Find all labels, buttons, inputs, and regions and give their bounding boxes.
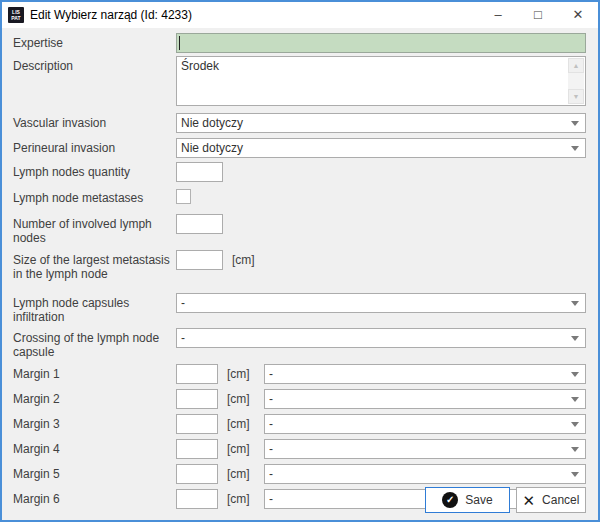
vascular-invasion-label: Vascular invasion — [13, 113, 176, 130]
cm-unit-label: [cm] — [218, 364, 264, 381]
capsule-crossing-row: Crossing of the lymph node capsule - — [13, 328, 586, 359]
edit-form: Expertise Description Środek ▲ ▼ — [2, 28, 598, 509]
lymph-node-metastases-checkbox[interactable] — [176, 189, 191, 204]
capsule-crossing-value: - — [181, 331, 571, 345]
cm-unit-label: [cm] — [218, 464, 264, 481]
largest-metastasis-size-label: Size of the largest metastasis in the ly… — [13, 250, 176, 281]
dialog-window: LIS PAT Edit Wybierz narząd (Id: 4233) –… — [0, 0, 600, 522]
margin-5-row: Margin 5 [cm] - — [13, 464, 586, 484]
chevron-down-icon — [571, 301, 579, 306]
margin-1-size-input[interactable] — [176, 364, 218, 384]
close-button[interactable]: ✕ — [558, 2, 598, 28]
margin-2-label: Margin 2 — [13, 389, 176, 406]
cm-unit-label: [cm] — [223, 250, 255, 267]
capsules-infiltration-value: - — [181, 296, 571, 310]
description-row: Description Środek ▲ ▼ — [13, 56, 586, 106]
capsules-infiltration-select[interactable]: - — [176, 293, 586, 313]
footer-actions: ✓ Save ✕ Cancel — [425, 487, 586, 513]
cancel-button-label: Cancel — [542, 493, 579, 507]
save-button-label: Save — [465, 493, 492, 507]
minimize-button[interactable]: – — [478, 2, 518, 28]
margin-5-value: - — [269, 467, 571, 481]
margin-3-size-input[interactable] — [176, 414, 218, 434]
margin-4-label: Margin 4 — [13, 439, 176, 456]
lymph-node-metastases-label: Lymph node metastases — [13, 188, 176, 205]
perineural-invasion-label: Perineural invasion — [13, 138, 176, 155]
title-bar: LIS PAT Edit Wybierz narząd (Id: 4233) –… — [2, 2, 598, 28]
chevron-down-icon — [571, 146, 579, 151]
expertise-row: Expertise — [13, 33, 586, 53]
perineural-invasion-value: Nie dotyczy — [181, 141, 571, 155]
margin-3-label: Margin 3 — [13, 414, 176, 431]
x-icon: ✕ — [523, 493, 536, 508]
cm-unit-label: [cm] — [218, 389, 264, 406]
text-caret — [179, 36, 180, 50]
involved-lymph-nodes-row: Number of involved lymph nodes — [13, 214, 586, 245]
involved-lymph-nodes-label: Number of involved lymph nodes — [13, 214, 176, 245]
margin-1-select[interactable]: - — [264, 364, 586, 384]
margin-5-label: Margin 5 — [13, 464, 176, 481]
perineural-invasion-select[interactable]: Nie dotyczy — [176, 138, 586, 158]
chevron-down-icon — [571, 372, 579, 377]
cm-unit-label: [cm] — [218, 439, 264, 456]
capsule-crossing-select[interactable]: - — [176, 328, 586, 348]
chevron-down-icon — [571, 397, 579, 402]
lymph-nodes-quantity-row: Lymph nodes quantity — [13, 162, 586, 182]
chevron-down-icon — [571, 121, 579, 126]
margin-1-label: Margin 1 — [13, 364, 176, 381]
chevron-down-icon — [571, 422, 579, 427]
margin-6-size-input[interactable] — [176, 489, 218, 509]
window-title: Edit Wybierz narząd (Id: 4233) — [30, 8, 192, 22]
capsule-crossing-label: Crossing of the lymph node capsule — [13, 328, 176, 359]
app-icon: LIS PAT — [8, 7, 24, 23]
chevron-down-icon — [571, 447, 579, 452]
app-icon-text-2: PAT — [8, 15, 24, 21]
margin-4-row: Margin 4 [cm] - — [13, 439, 586, 459]
textarea-scrollbar[interactable]: ▲ ▼ — [568, 58, 584, 104]
margin-2-value: - — [269, 392, 571, 406]
margin-6-label: Margin 6 — [13, 489, 176, 506]
scroll-down-icon[interactable]: ▼ — [568, 89, 584, 104]
vascular-invasion-value: Nie dotyczy — [181, 116, 571, 130]
largest-metastasis-size-input[interactable] — [176, 250, 223, 270]
perineural-invasion-row: Perineural invasion Nie dotyczy — [13, 138, 586, 158]
margin-5-select[interactable]: - — [264, 464, 586, 484]
maximize-button[interactable]: □ — [518, 2, 558, 28]
margin-3-row: Margin 3 [cm] - — [13, 414, 586, 434]
margin-5-size-input[interactable] — [176, 464, 218, 484]
margin-3-value: - — [269, 417, 571, 431]
capsules-infiltration-label: Lymph node capsules infiltration — [13, 293, 176, 324]
expertise-input[interactable] — [176, 33, 586, 53]
margin-2-select[interactable]: - — [264, 389, 586, 409]
margin-4-select[interactable]: - — [264, 439, 586, 459]
expertise-label: Expertise — [13, 33, 176, 50]
check-icon: ✓ — [442, 492, 458, 508]
margin-4-size-input[interactable] — [176, 439, 218, 459]
largest-metastasis-size-row: Size of the largest metastasis in the ly… — [13, 250, 586, 281]
margin-4-value: - — [269, 442, 571, 456]
description-label: Description — [13, 56, 176, 73]
margin-2-row: Margin 2 [cm] - — [13, 389, 586, 409]
cm-unit-label: [cm] — [218, 489, 264, 506]
margin-1-value: - — [269, 367, 571, 381]
vascular-invasion-row: Vascular invasion Nie dotyczy — [13, 113, 586, 133]
capsules-infiltration-row: Lymph node capsules infiltration - — [13, 293, 586, 324]
chevron-down-icon — [571, 472, 579, 477]
lymph-nodes-quantity-label: Lymph nodes quantity — [13, 162, 176, 179]
margin-3-select[interactable]: - — [264, 414, 586, 434]
scroll-up-icon[interactable]: ▲ — [568, 58, 584, 73]
cancel-button[interactable]: ✕ Cancel — [516, 487, 586, 513]
cm-unit-label: [cm] — [218, 414, 264, 431]
chevron-down-icon — [571, 336, 579, 341]
lymph-node-metastases-row: Lymph node metastases — [13, 188, 586, 205]
description-textarea[interactable]: Środek ▲ ▼ — [176, 56, 586, 106]
description-text: Środek — [181, 59, 219, 73]
lymph-nodes-quantity-input[interactable] — [176, 162, 223, 182]
margin-1-row: Margin 1 [cm] - — [13, 364, 586, 384]
involved-lymph-nodes-input[interactable] — [176, 214, 223, 234]
save-button[interactable]: ✓ Save — [425, 487, 510, 513]
vascular-invasion-select[interactable]: Nie dotyczy — [176, 113, 586, 133]
margin-2-size-input[interactable] — [176, 389, 218, 409]
